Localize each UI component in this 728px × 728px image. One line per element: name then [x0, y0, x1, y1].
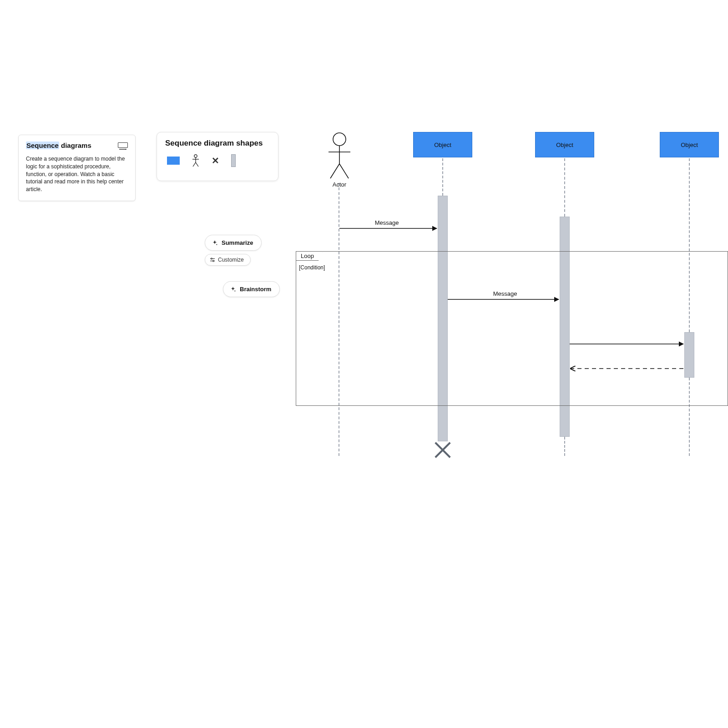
shape-object-icon[interactable]: [167, 157, 180, 165]
shape-actor-icon[interactable]: [192, 154, 200, 167]
sparkle-icon: [212, 240, 218, 246]
tutorial-icon[interactable]: [118, 142, 128, 151]
diagram-object-2[interactable]: Object: [535, 132, 594, 157]
shape-destroy-icon[interactable]: ✕: [212, 156, 219, 165]
lifeline-object-2-top: [564, 158, 565, 217]
shapes-palette-title: Sequence diagram shapes: [165, 139, 270, 148]
shape-activation-icon[interactable]: [231, 154, 236, 167]
loop-frame-label: Loop: [296, 251, 323, 261]
diagram-actor-label: Actor: [326, 181, 353, 188]
svg-line-15: [339, 164, 349, 178]
diagram-actor[interactable]: Actor: [326, 132, 353, 188]
svg-point-10: [234, 290, 235, 291]
lifeline-object-2-bot: [564, 437, 565, 456]
message-1-label: Message: [375, 219, 399, 226]
loop-frame-condition: [Condition]: [299, 264, 325, 271]
info-card: Sequence diagrams Create a sequence diag…: [18, 135, 136, 201]
svg-line-3: [193, 162, 196, 167]
svg-line-4: [196, 162, 198, 167]
svg-point-9: [213, 260, 214, 262]
shapes-palette: Sequence diagram shapes ✕: [157, 132, 278, 181]
brainstorm-button[interactable]: Brainstorm: [223, 281, 280, 297]
svg-point-5: [216, 244, 217, 245]
info-card-body: Create a sequence diagram to model the l…: [26, 155, 128, 193]
diagram-object-3[interactable]: Object: [660, 132, 719, 157]
svg-point-7: [211, 258, 212, 259]
lifeline-object-1: [442, 158, 443, 196]
svg-line-14: [330, 164, 339, 178]
summarize-button[interactable]: Summarize: [205, 235, 262, 251]
loop-frame[interactable]: Loop [Condition]: [296, 251, 728, 406]
sparkle-icon: [230, 286, 236, 293]
diagram-object-1[interactable]: Object: [413, 132, 472, 157]
svg-point-11: [333, 133, 346, 146]
diagram-canvas[interactable]: Actor Object Object Object Loop [Conditi…: [296, 132, 728, 478]
customize-button[interactable]: Customize: [205, 254, 251, 266]
sliders-icon: [210, 257, 215, 263]
destroy-marker[interactable]: [432, 440, 453, 460]
info-card-title: Sequence diagrams: [26, 142, 91, 150]
message-2-label: Message: [493, 290, 517, 297]
svg-point-0: [194, 155, 197, 157]
